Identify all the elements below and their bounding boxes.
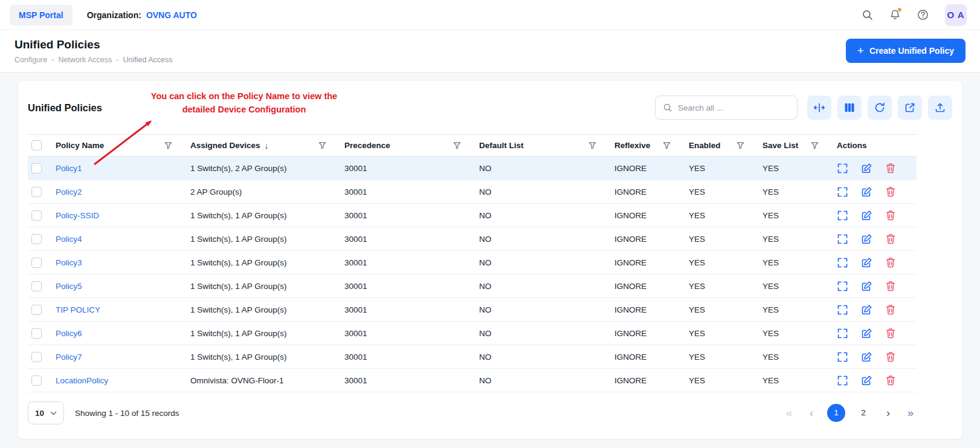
breadcrumb-separator: -	[116, 56, 118, 64]
col-header-assigned-devices[interactable]: Assigned Devices ↓	[190, 135, 344, 157]
delete-row-button[interactable]	[885, 328, 896, 339]
delete-row-button[interactable]	[885, 281, 896, 292]
row-checkbox[interactable]	[31, 187, 42, 197]
policy-name-link[interactable]: LocationPolicy	[56, 376, 108, 385]
breadcrumb-item-configure[interactable]: Configure	[15, 56, 47, 64]
col-header-default-list[interactable]: Default List	[479, 135, 614, 157]
row-checkbox[interactable]	[31, 210, 42, 221]
select-all-checkbox[interactable]	[31, 140, 42, 151]
notifications-bell-icon[interactable]	[889, 9, 901, 21]
row-checkbox[interactable]	[31, 305, 42, 315]
upload-button[interactable]	[928, 96, 952, 120]
col-header-policy-name[interactable]: Policy Name	[56, 135, 190, 157]
edit-row-button[interactable]	[861, 351, 872, 363]
refresh-button[interactable]	[868, 96, 892, 120]
filter-icon[interactable]	[588, 141, 596, 149]
policy-name-link[interactable]: Policy5	[56, 282, 82, 291]
expand-row-button[interactable]	[837, 210, 848, 221]
row-checkbox[interactable]	[31, 328, 42, 339]
edit-row-button[interactable]	[861, 328, 872, 339]
pagination-prev-button[interactable]: ‹	[805, 407, 818, 418]
edit-row-button[interactable]	[861, 257, 872, 268]
policy-name-link[interactable]: Policy6	[56, 329, 82, 338]
edit-row-button[interactable]	[861, 210, 872, 221]
filter-icon[interactable]	[318, 141, 326, 149]
delete-row-button[interactable]	[885, 233, 896, 245]
filter-icon[interactable]	[663, 141, 671, 149]
filter-icon[interactable]	[164, 141, 172, 149]
edit-row-button[interactable]	[861, 304, 872, 316]
policy-name-link[interactable]: Policy-SSID	[56, 211, 99, 220]
delete-row-button[interactable]	[885, 257, 896, 268]
pagination-page-1[interactable]: 1	[827, 404, 845, 422]
expand-row-button[interactable]	[837, 257, 848, 268]
filter-icon[interactable]	[811, 141, 819, 149]
row-checkbox[interactable]	[31, 234, 42, 244]
search-icon[interactable]	[862, 9, 873, 21]
pagination-last-button[interactable]: »	[904, 407, 917, 418]
user-avatar[interactable]: O A	[945, 4, 967, 26]
row-checkbox[interactable]	[31, 352, 42, 362]
export-open-button[interactable]	[898, 96, 922, 120]
col-header-enabled[interactable]: Enabled	[689, 135, 762, 157]
delete-row-button[interactable]	[885, 351, 896, 363]
row-checkbox[interactable]	[31, 258, 42, 268]
policy-name-link[interactable]: Policy4	[56, 235, 82, 244]
row-checkbox[interactable]	[31, 375, 42, 386]
row-checkbox[interactable]	[31, 163, 42, 174]
pagination-next-button[interactable]: ›	[882, 407, 895, 418]
delete-row-button[interactable]	[885, 186, 896, 198]
table-row: Policy1 1 Switch(s), 2 AP Group(s) 30001…	[28, 157, 917, 180]
col-header-precedence[interactable]: Precedence	[344, 135, 479, 157]
pagination-first-button[interactable]: «	[782, 407, 796, 418]
reflexive-cell: IGNORE	[614, 227, 689, 251]
expand-row-button[interactable]	[837, 304, 848, 316]
delete-row-button[interactable]	[885, 375, 896, 386]
help-icon[interactable]	[917, 9, 929, 21]
edit-row-button[interactable]	[861, 375, 872, 386]
expand-row-button[interactable]	[837, 186, 848, 198]
breadcrumb-item-network-access[interactable]: Network Access	[58, 56, 112, 64]
page-size-value: 10	[35, 409, 44, 418]
create-unified-policy-button[interactable]: + Create Unified Policy	[846, 39, 965, 63]
annotation-line-2: detailed Device Configuration	[137, 103, 352, 117]
assigned-devices-cell: 1 Switch(s), 1 AP Group(s)	[190, 345, 344, 369]
msp-portal-button[interactable]: MSP Portal	[10, 5, 73, 25]
edit-row-button[interactable]	[861, 163, 872, 174]
delete-row-button[interactable]	[885, 304, 896, 316]
col-header-reflexive[interactable]: Reflexive	[614, 135, 689, 157]
filter-icon[interactable]	[737, 141, 744, 149]
sort-desc-icon[interactable]: ↓	[265, 141, 269, 150]
expand-row-button[interactable]	[837, 375, 848, 386]
col-label: Policy Name	[56, 141, 104, 150]
col-header-save-list[interactable]: Save List	[762, 135, 837, 157]
expand-row-button[interactable]	[837, 281, 848, 292]
edit-row-button[interactable]	[861, 233, 872, 245]
table-row: Policy5 1 Switch(s), 1 AP Group(s) 30001…	[28, 274, 917, 298]
edit-row-button[interactable]	[861, 186, 872, 198]
organization-name-link[interactable]: OVNG AUTO	[146, 10, 197, 20]
pagination-page-2[interactable]: 2	[854, 404, 872, 422]
delete-row-button[interactable]	[885, 163, 896, 174]
edit-row-button[interactable]	[861, 281, 872, 292]
filter-icon[interactable]	[453, 141, 461, 149]
policy-name-link[interactable]: Policy3	[56, 258, 82, 267]
default-list-cell: NO	[479, 180, 614, 204]
policy-name-link[interactable]: Policy7	[56, 352, 82, 362]
page-size-select[interactable]: 10	[28, 401, 64, 424]
expand-row-button[interactable]	[837, 233, 848, 245]
card-title: Unified Policies	[28, 102, 102, 114]
expand-row-button[interactable]	[837, 328, 848, 339]
policy-name-link[interactable]: Policy1	[56, 164, 82, 173]
search-all-input[interactable]	[678, 103, 790, 112]
expand-row-button[interactable]	[837, 163, 848, 174]
expand-collapse-width-button[interactable]	[807, 96, 831, 120]
policy-name-link[interactable]: Policy2	[56, 187, 82, 196]
delete-row-button[interactable]	[885, 210, 896, 221]
save-list-cell: YES	[762, 157, 837, 180]
page-title: Unified Policies	[15, 37, 172, 52]
policy-name-link[interactable]: TIP POLICY	[56, 305, 100, 314]
expand-row-button[interactable]	[837, 351, 848, 363]
column-picker-button[interactable]	[837, 96, 862, 120]
row-checkbox[interactable]	[31, 281, 42, 291]
